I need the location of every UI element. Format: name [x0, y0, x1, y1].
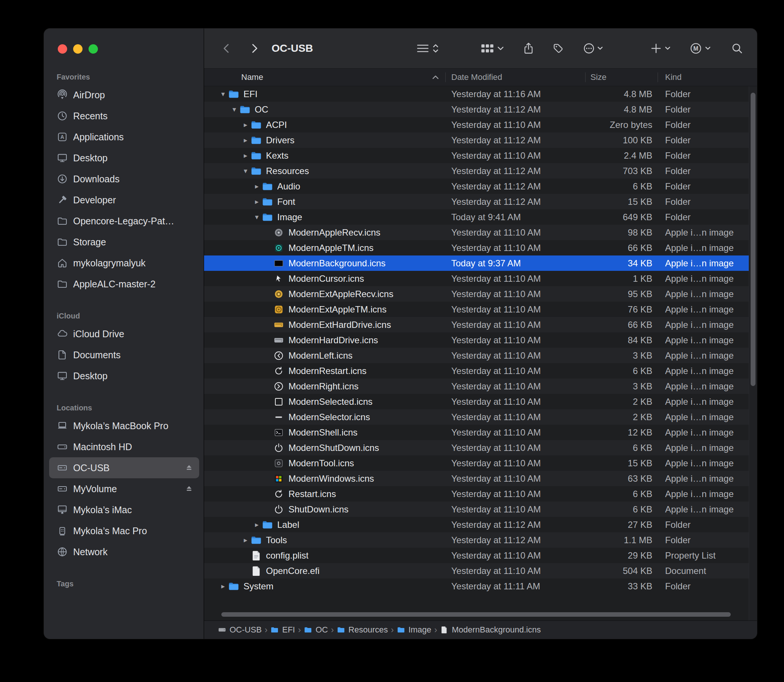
file-row[interactable]: ModernCursor.icnsYesterday at 11:10 AM1 …: [204, 271, 757, 286]
sidebar-item-applications[interactable]: AApplications: [49, 126, 199, 147]
file-row[interactable]: ▾EFIYesterday at 11:16 AM4.8 MBFolder: [204, 86, 757, 102]
file-row[interactable]: ▸DriversYesterday at 11:12 AM100 KBFolde…: [204, 132, 757, 148]
disclosure-triangle[interactable]: ▸: [252, 520, 262, 529]
file-row[interactable]: ▸SystemYesterday at 11:11 AM33 KBFolder: [204, 578, 757, 594]
file-row[interactable]: ▾OCYesterday at 11:12 AM4.8 MBFolder: [204, 102, 757, 117]
sidebar-item-oc-usb[interactable]: OC-USB: [49, 457, 199, 478]
file-row[interactable]: ModernExtAppleTM.icnsYesterday at 11:10 …: [204, 302, 757, 317]
sidebar-item-myvolume[interactable]: MyVolume: [49, 478, 199, 499]
sidebar-item-network[interactable]: Network: [49, 541, 199, 562]
file-row[interactable]: ModernExtHardDrive.icnsYesterday at 11:1…: [204, 317, 757, 332]
file-row[interactable]: ModernLeft.icnsYesterday at 11:10 AM3 KB…: [204, 348, 757, 363]
eject-icon[interactable]: [184, 484, 194, 494]
share-button[interactable]: [523, 42, 534, 54]
search-button[interactable]: [731, 42, 743, 54]
group-control[interactable]: [480, 42, 505, 54]
file-name: ModernRight.icns: [288, 381, 359, 392]
file-row[interactable]: OpenCore.efiYesterday at 11:10 AM504 KBD…: [204, 563, 757, 578]
path-item-modernbackground-icns[interactable]: ModernBackground.icns: [440, 625, 540, 635]
sidebar-item-documents[interactable]: Documents: [49, 344, 199, 365]
sidebar-item-desktop[interactable]: Desktop: [49, 147, 199, 169]
path-item-efi[interactable]: EFI: [271, 625, 295, 635]
file-row[interactable]: ModernRestart.icnsYesterday at 11:10 AM6…: [204, 363, 757, 379]
file-row[interactable]: ModernAppleRecv.icnsYesterday at 11:10 A…: [204, 225, 757, 240]
disclosure-triangle[interactable]: ▾: [252, 213, 262, 221]
disclosure-triangle[interactable]: ▸: [241, 120, 250, 129]
sidebar-item-macintosh-hd[interactable]: Macintosh HD: [49, 436, 199, 457]
sidebar-item-mykola-s-macbook-pro[interactable]: Mykola’s MacBook Pro: [49, 415, 199, 436]
column-header-size[interactable]: Size: [585, 69, 658, 86]
disclosure-triangle[interactable]: ▸: [241, 536, 250, 544]
file-row[interactable]: ▸KextsYesterday at 11:10 AM2.4 MBFolder: [204, 148, 757, 163]
sidebar-item-mykola-s-mac-pro[interactable]: Mykola’s Mac Pro: [49, 520, 199, 541]
tags-button[interactable]: [552, 42, 564, 54]
file-row[interactable]: ModernShell.icnsYesterday at 11:10 AM12 …: [204, 425, 757, 440]
file-row[interactable]: ModernHardDrive.icnsYesterday at 11:10 A…: [204, 332, 757, 348]
path-item-image[interactable]: Image: [397, 625, 431, 635]
file-row[interactable]: ▸LabelYesterday at 11:12 AM27 KBFolder: [204, 517, 757, 532]
disclosure-triangle[interactable]: ▸: [218, 582, 228, 590]
file-row[interactable]: config.plistYesterday at 11:10 AM29 KBPr…: [204, 548, 757, 563]
file-kind: Apple i…n image: [658, 412, 757, 422]
file-name-cell: ▸Label: [204, 519, 445, 531]
sidebar-item-opencore-legacy-pat[interactable]: Opencore-Legacy-Pat…: [49, 210, 199, 231]
file-row[interactable]: ModernSelector.icnsYesterday at 11:10 AM…: [204, 409, 757, 425]
file-row[interactable]: ModernWindows.icnsYesterday at 11:10 AM6…: [204, 471, 757, 486]
horizontal-scrollbar[interactable]: [221, 612, 731, 617]
file-date-modified: Yesterday at 11:10 AM: [445, 443, 585, 453]
sidebar-item-recents[interactable]: Recents: [49, 105, 199, 126]
path-item-oc[interactable]: OC: [304, 625, 328, 635]
add-button[interactable]: [650, 42, 671, 54]
file-row[interactable]: ModernShutDown.icnsYesterday at 11:10 AM…: [204, 440, 757, 456]
file-row[interactable]: ▸ToolsYesterday at 11:12 AM1.1 MBFolder: [204, 532, 757, 548]
sidebar-item-desktop[interactable]: Desktop: [49, 365, 199, 386]
column-header-name[interactable]: Name: [204, 69, 445, 86]
sidebar-item-mykola-s-imac[interactable]: Mykola’s iMac: [49, 499, 199, 520]
file-row[interactable]: ModernSelected.icnsYesterday at 11:10 AM…: [204, 394, 757, 409]
sidebar-item-label: Applications: [73, 132, 124, 143]
sidebar-item-icloud-drive[interactable]: iCloud Drive: [49, 323, 199, 344]
file-row[interactable]: ModernAppleTM.icnsYesterday at 11:10 AM6…: [204, 240, 757, 255]
disclosure-triangle[interactable]: ▾: [241, 167, 250, 175]
file-name-cell: ModernTool.icns: [204, 458, 445, 469]
view-mode-control[interactable]: [416, 42, 441, 54]
column-header-date[interactable]: Date Modified: [445, 69, 585, 86]
file-row[interactable]: ▸FontYesterday at 11:12 AM15 KBFolder: [204, 194, 757, 209]
sidebar-item-applealc-master-2[interactable]: AppleALC-master-2: [49, 274, 199, 295]
disclosure-triangle[interactable]: ▾: [229, 105, 239, 114]
file-row[interactable]: ▸AudioYesterday at 11:12 AM6 KBFolder: [204, 178, 757, 194]
more-actions[interactable]: [583, 42, 604, 54]
disclosure-triangle[interactable]: ▸: [252, 182, 262, 191]
disclosure-triangle[interactable]: ▾: [218, 90, 228, 98]
forward-button[interactable]: [248, 42, 260, 54]
file-row[interactable]: ShutDown.icnsYesterday at 11:10 AM6 KBAp…: [204, 502, 757, 517]
minimize-button[interactable]: [73, 44, 83, 54]
zoom-button[interactable]: [89, 44, 98, 54]
eject-icon[interactable]: [184, 463, 194, 473]
file-row[interactable]: ▾ImageToday at 9:41 AM649 KBFolder: [204, 209, 757, 225]
file-row[interactable]: ModernBackground.icnsToday at 9:37 AM34 …: [204, 255, 757, 271]
disclosure-triangle[interactable]: ▸: [241, 136, 250, 144]
sidebar-item-downloads[interactable]: Downloads: [49, 169, 199, 190]
disclosure-triangle[interactable]: ▸: [252, 197, 262, 206]
file-row[interactable]: ▸ACPIYesterday at 11:10 AMZero bytesFold…: [204, 117, 757, 132]
file-row[interactable]: ▾ResourcesYesterday at 11:12 AM703 KBFol…: [204, 163, 757, 178]
account-menu[interactable]: M: [690, 42, 712, 54]
file-row[interactable]: ModernExtAppleRecv.icnsYesterday at 11:1…: [204, 286, 757, 302]
sidebar-item-developer[interactable]: Developer: [49, 190, 199, 210]
vertical-scrollbar-thumb[interactable]: [751, 92, 755, 386]
vertical-scrollbar[interactable]: [749, 86, 757, 620]
back-button[interactable]: [221, 42, 233, 54]
sidebar-item-storage[interactable]: Storage: [49, 231, 199, 252]
file-row[interactable]: ModernRight.icnsYesterday at 11:10 AM3 K…: [204, 379, 757, 394]
sidebar-item-mykolagrymalyuk[interactable]: mykolagrymalyuk: [49, 252, 199, 274]
path-item-resources[interactable]: Resources: [337, 625, 388, 635]
close-button[interactable]: [58, 44, 67, 54]
file-row[interactable]: Restart.icnsYesterday at 11:10 AM6 KBApp…: [204, 486, 757, 502]
column-header-kind[interactable]: Kind: [658, 69, 757, 86]
file-row[interactable]: ModernTool.icnsYesterday at 11:10 AM15 K…: [204, 456, 757, 471]
sidebar-item-airdrop[interactable]: AirDrop: [49, 84, 199, 105]
folder-outline-icon: [57, 236, 68, 248]
path-item-oc-usb[interactable]: OC-USB: [218, 625, 262, 635]
disclosure-triangle[interactable]: ▸: [241, 151, 250, 160]
